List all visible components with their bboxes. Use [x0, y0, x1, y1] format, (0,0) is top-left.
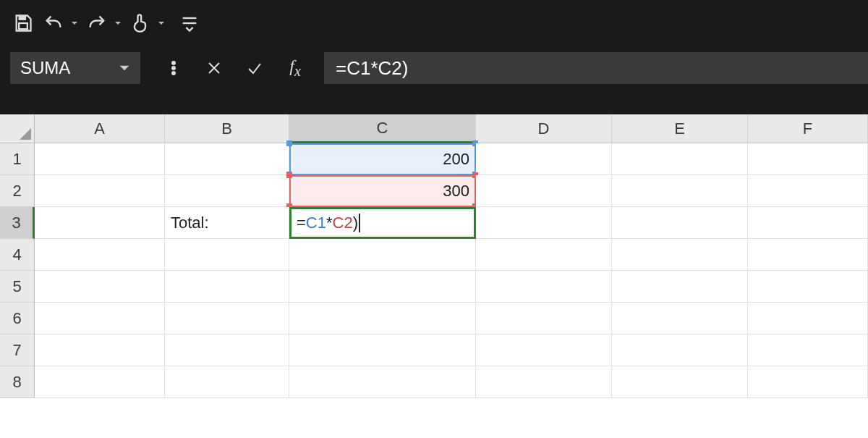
select-all-corner[interactable]: [0, 114, 35, 143]
cell-E3[interactable]: [612, 207, 748, 239]
fx-icon: fx: [289, 56, 301, 80]
formula-token: =: [297, 214, 306, 232]
more-vertical-icon: [165, 59, 182, 77]
formula-token: *: [326, 214, 333, 232]
row-header-5[interactable]: 5: [0, 271, 35, 303]
cell-D6[interactable]: [476, 303, 612, 334]
cell-A1[interactable]: [35, 143, 165, 175]
cell-C1[interactable]: 200: [289, 143, 476, 175]
row-header-6[interactable]: 6: [0, 303, 35, 334]
grid-row: 5: [0, 271, 868, 303]
row-header-7[interactable]: 7: [0, 334, 35, 366]
cell-A4[interactable]: [35, 239, 165, 271]
col-header-A[interactable]: A: [35, 114, 165, 143]
col-header-F[interactable]: F: [748, 114, 868, 143]
cell-F4[interactable]: [748, 239, 868, 271]
cell-A8[interactable]: [35, 366, 165, 398]
cell-D8[interactable]: [476, 366, 612, 398]
cell-C7[interactable]: [289, 334, 476, 366]
row-header-2[interactable]: 2: [0, 175, 35, 207]
cell-C5[interactable]: [289, 271, 476, 303]
grid-row: 6: [0, 303, 868, 334]
cell-B1[interactable]: [165, 143, 289, 175]
col-header-D[interactable]: D: [476, 114, 612, 143]
cell-C4[interactable]: [289, 239, 476, 271]
formula-token: C2: [333, 214, 353, 232]
redo-button[interactable]: [84, 10, 110, 36]
cell-F6[interactable]: [748, 303, 868, 334]
row-header-3[interactable]: 3: [0, 207, 35, 239]
cell-B7[interactable]: [165, 334, 289, 366]
cell-A5[interactable]: [35, 271, 165, 303]
col-header-E[interactable]: E: [612, 114, 748, 143]
undo-dropdown[interactable]: [71, 10, 80, 36]
grid-row: 4: [0, 239, 868, 271]
col-header-C[interactable]: C: [289, 114, 476, 143]
chevron-down-icon: [158, 20, 165, 27]
cancel-formula-button[interactable]: [194, 52, 234, 84]
cell-D4[interactable]: [476, 239, 612, 271]
cell-B8[interactable]: [165, 366, 289, 398]
customize-qat-button[interactable]: [176, 10, 203, 36]
cell-D3[interactable]: [476, 207, 612, 239]
undo-icon: [43, 13, 64, 33]
cell-C6[interactable]: [289, 303, 476, 334]
touch-mode-button[interactable]: [127, 10, 153, 36]
cell-C3-editing[interactable]: =C1*C2): [289, 207, 476, 239]
cell-E2[interactable]: [612, 175, 748, 207]
svg-point-6: [172, 72, 175, 75]
redo-dropdown[interactable]: [114, 10, 123, 36]
cell-D5[interactable]: [476, 271, 612, 303]
undo-button[interactable]: [41, 10, 67, 36]
cell-B6[interactable]: [165, 303, 289, 334]
cell-value: 200: [443, 150, 469, 169]
grid-row: 7: [0, 334, 868, 366]
name-box[interactable]: SUMA: [10, 52, 140, 84]
save-icon: [13, 13, 33, 33]
cell-E1[interactable]: [612, 143, 748, 175]
cell-E4[interactable]: [612, 239, 748, 271]
cell-F8[interactable]: [748, 366, 868, 398]
cell-F2[interactable]: [748, 175, 868, 207]
accept-formula-button[interactable]: [234, 52, 275, 84]
touch-mode-dropdown[interactable]: [158, 10, 166, 36]
formula-input[interactable]: =C1*C2): [324, 52, 868, 84]
cell-B3[interactable]: Total:: [165, 207, 289, 239]
grid-row: 1 200: [0, 143, 868, 175]
check-icon: [246, 59, 263, 77]
grid-row: 2 300: [0, 175, 868, 207]
cell-A6[interactable]: [35, 303, 165, 334]
chevron-down-icon: [119, 62, 130, 74]
formula-bar: SUMA fx =C1*C2): [0, 46, 868, 90]
cell-C2[interactable]: 300: [289, 175, 476, 207]
cell-C8[interactable]: [289, 366, 476, 398]
row-header-1[interactable]: 1: [0, 143, 35, 175]
cell-E7[interactable]: [612, 334, 748, 366]
chevron-down-icon: [114, 20, 122, 27]
cell-D7[interactable]: [476, 334, 612, 366]
name-box-value: SUMA: [20, 58, 70, 78]
cell-E8[interactable]: [612, 366, 748, 398]
row-header-4[interactable]: 4: [0, 239, 35, 271]
cell-D1[interactable]: [476, 143, 612, 175]
more-button[interactable]: [153, 52, 194, 84]
cell-A2[interactable]: [35, 175, 165, 207]
cell-A3[interactable]: [35, 207, 165, 239]
cell-E6[interactable]: [612, 303, 748, 334]
cell-F3[interactable]: [748, 207, 868, 239]
insert-function-button[interactable]: fx: [275, 52, 315, 84]
cell-B2[interactable]: [165, 175, 289, 207]
formula-token: ): [353, 214, 358, 232]
cell-A7[interactable]: [35, 334, 165, 366]
chevron-down-icon: [71, 20, 78, 27]
save-button[interactable]: [10, 10, 36, 36]
cell-E5[interactable]: [612, 271, 748, 303]
col-header-B[interactable]: B: [165, 114, 289, 143]
cell-F7[interactable]: [748, 334, 868, 366]
row-header-8[interactable]: 8: [0, 366, 35, 398]
cell-B4[interactable]: [165, 239, 289, 271]
cell-F1[interactable]: [748, 143, 868, 175]
cell-F5[interactable]: [748, 271, 868, 303]
cell-D2[interactable]: [476, 175, 612, 207]
cell-B5[interactable]: [165, 271, 289, 303]
